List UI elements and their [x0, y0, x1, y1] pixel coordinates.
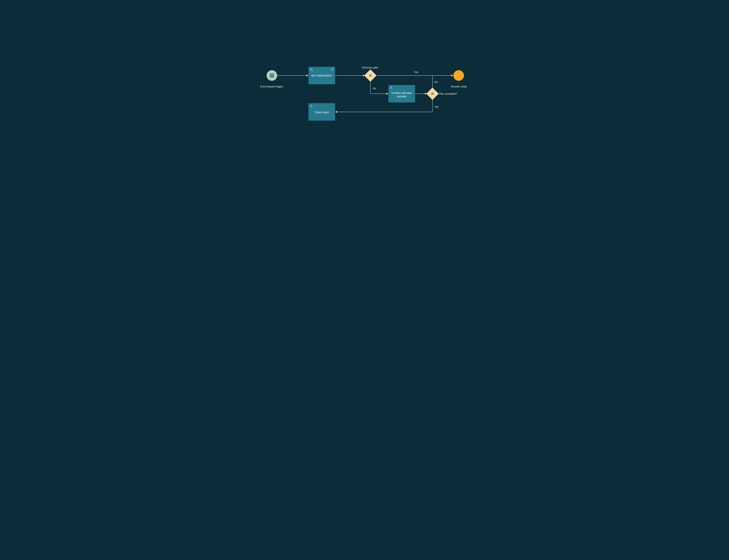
svg-point-2: [391, 87, 392, 88]
edge-label-accepted-yes: Yes: [434, 105, 439, 108]
x-icon: [366, 71, 375, 80]
svg-point-0: [310, 69, 311, 70]
x-icon: [428, 89, 437, 98]
gateway-decision-gate[interactable]: [366, 71, 375, 80]
task-check-input-label: Check input: [308, 111, 335, 114]
task-confirm-label: Confirm with plan operator: [389, 91, 415, 98]
task-check-input[interactable]: Check input: [308, 103, 335, 121]
task-run-optimization[interactable]: Run Optimization: [308, 67, 335, 84]
gears-icon: [309, 68, 313, 72]
edge-accepted-yes: [335, 99, 433, 112]
grid-icon: [269, 73, 274, 78]
start-event[interactable]: [266, 70, 277, 81]
edge-label-gate-no: No: [373, 87, 376, 90]
task-run-optimization-label: Run Optimization: [308, 74, 335, 77]
end-event-label: Results ready: [451, 85, 467, 88]
workflow-canvas[interactable]: Event-based trigger Run Optimization Dec…: [243, 0, 486, 187]
filter-icon: [330, 68, 334, 72]
end-event[interactable]: [453, 70, 464, 81]
user-icon: [390, 86, 393, 90]
gateway-plan-accepted-label: Plan accepted?: [439, 92, 457, 95]
start-event-label: Event-based trigger: [260, 85, 283, 88]
gateway-decision-gate-label: Decision gate: [362, 66, 378, 69]
task-confirm-with-plan-operator[interactable]: Confirm with plan operator: [389, 85, 415, 102]
edge-label-accepted-no: No: [434, 80, 438, 83]
edge-label-gate-yes: Yes: [414, 71, 418, 74]
gateway-plan-accepted[interactable]: [428, 89, 437, 98]
svg-point-1: [312, 70, 313, 71]
svg-point-3: [311, 105, 312, 106]
user-icon: [309, 104, 313, 109]
